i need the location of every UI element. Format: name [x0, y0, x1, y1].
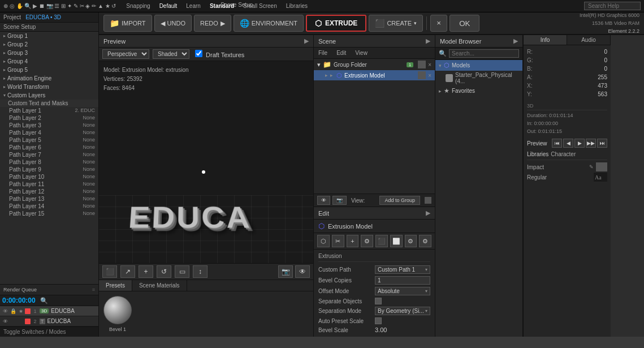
- draft-textures-checkbox[interactable]: [195, 50, 202, 57]
- import-button[interactable]: 📁 IMPORT: [103, 15, 152, 32]
- path-layer-5[interactable]: Path Layer 5None: [0, 136, 98, 144]
- create-button[interactable]: ⬛ CREATE ▾: [369, 15, 423, 32]
- font-preview-box[interactable]: Aa: [594, 173, 607, 182]
- path-layer-11[interactable]: Path Layer 11None: [0, 181, 98, 188]
- scene-group-folder[interactable]: ▾ 📁 Group Folder 1 ×: [314, 59, 435, 70]
- edit-tb-btn-7[interactable]: ⚙: [405, 235, 417, 247]
- scene-camera-icon[interactable]: 📷: [332, 196, 347, 205]
- favorites-item[interactable]: ▸ ★ Favorites: [435, 85, 522, 96]
- rect-btn[interactable]: ▭: [175, 265, 189, 278]
- custom-layers-item[interactable]: ▾Custom Layers: [0, 91, 98, 100]
- step-forward-btn[interactable]: ▶▶: [586, 139, 596, 148]
- custom-text-masks[interactable]: Custom Text and Masks: [0, 100, 98, 107]
- separation-mode-select[interactable]: By Geometry (Si... ▾: [375, 307, 430, 315]
- path-layer-10[interactable]: Path Layer 10None: [0, 173, 98, 181]
- font-color-swatch[interactable]: [596, 162, 607, 171]
- path-layer-9[interactable]: Path Layer 9None: [0, 166, 98, 173]
- starter-pack-item[interactable]: Starter_Pack_Physical (4...: [435, 71, 522, 85]
- edit-tb-btn-6[interactable]: ⬜: [390, 235, 403, 247]
- edit-tb-btn-1[interactable]: ⬡: [317, 235, 330, 247]
- prev-frame-btn[interactable]: ⏮: [552, 139, 562, 148]
- group1-item[interactable]: ▸Group 1: [0, 32, 98, 40]
- path-layer-13[interactable]: Path Layer 13None: [0, 195, 98, 203]
- play-btn[interactable]: ▶: [574, 139, 585, 148]
- import-icon: 📁: [110, 19, 119, 28]
- scene-materials-tab[interactable]: Scene Materials: [132, 280, 187, 291]
- edit-tb-btn-4[interactable]: ⚙: [361, 235, 373, 247]
- audio-tab[interactable]: Audio: [567, 35, 611, 45]
- preset-bevel-1[interactable]: Bevel 1: [103, 296, 132, 332]
- layer-row-2[interactable]: 👁 2 T EDUCBA: [0, 316, 98, 326]
- offset-mode-select[interactable]: Absolute ▾: [375, 287, 430, 295]
- group-add-check[interactable]: [425, 197, 431, 204]
- path-layer-12[interactable]: Path Layer 12None: [0, 188, 98, 195]
- path-layer-14[interactable]: Path Layer 14None: [0, 203, 98, 210]
- layer-name-2[interactable]: EDUCBA: [47, 318, 71, 324]
- folder-visible-toggle[interactable]: [418, 61, 426, 68]
- presets-tab[interactable]: Presets: [99, 280, 132, 291]
- edit-tb-btn-5[interactable]: ⬛: [375, 235, 388, 247]
- info-tab[interactable]: Info: [524, 35, 567, 45]
- scene-menu-file[interactable]: File: [314, 49, 332, 57]
- path-layer-3[interactable]: Path Layer 3None: [0, 122, 98, 129]
- path-layer-6[interactable]: Path Layer 6None: [0, 144, 98, 151]
- shaded-select[interactable]: Shaded: [153, 49, 189, 59]
- animation-engine-item[interactable]: ▸Animation Engine: [0, 74, 98, 83]
- extrusion-close-btn[interactable]: ×: [428, 72, 431, 79]
- models-category[interactable]: ▾ ⬡ Models: [435, 60, 522, 71]
- group3-item[interactable]: ▸Group 3: [0, 49, 98, 57]
- character-tab[interactable]: Character: [551, 151, 576, 157]
- group5-item[interactable]: ▸Group 5: [0, 66, 98, 74]
- scene-setup-tab-left[interactable]: Scene Setup: [0, 23, 98, 32]
- edit-tb-btn-3[interactable]: +: [347, 235, 359, 247]
- add-btn[interactable]: +: [139, 265, 153, 278]
- world-transform-item[interactable]: ▸World Transform: [0, 83, 98, 91]
- search-input[interactable]: [584, 2, 641, 10]
- path-layer-4[interactable]: Path Layer 4None: [0, 129, 98, 136]
- view-btn[interactable]: 👁: [295, 265, 310, 278]
- model-search-input[interactable]: [449, 49, 519, 58]
- edit-tb-btn-settings[interactable]: ⚙: [419, 235, 431, 247]
- scene-menu-view[interactable]: View: [351, 49, 372, 57]
- fit-btn[interactable]: ↕: [193, 265, 208, 278]
- custom-path-select[interactable]: Custom Path 1 ▾: [375, 265, 430, 274]
- impact-font-section: Impact ✎ Regular Aa: [527, 162, 607, 182]
- path-layer-7[interactable]: Path Layer 7None: [0, 151, 98, 158]
- extrusion-model-item[interactable]: ▸ ▸ ⬡ Extrusion Model ×: [314, 70, 435, 80]
- last-frame-btn[interactable]: ⏭: [597, 139, 607, 148]
- font-edit-icon[interactable]: ✎: [589, 164, 594, 170]
- record-btn[interactable]: ⬛: [102, 265, 117, 278]
- environment-button[interactable]: 🌐 ENVIRONMENT: [234, 15, 304, 32]
- redo-button[interactable]: REDO ▶: [194, 15, 231, 32]
- auto-preset-checkbox[interactable]: [375, 317, 382, 324]
- edit-tb-btn-2[interactable]: ✂: [332, 235, 344, 247]
- step-back-btn[interactable]: ◀: [563, 139, 573, 148]
- folder-close-btn[interactable]: ×: [428, 62, 431, 68]
- libraries-tab[interactable]: Libraries: [527, 151, 548, 157]
- time-search-icon[interactable]: 🔍: [40, 297, 48, 304]
- extrusion-visible-toggle[interactable]: [418, 71, 426, 79]
- scene-view-icon[interactable]: 👁: [317, 196, 330, 205]
- group4-item[interactable]: ▸Group 4: [0, 57, 98, 66]
- close-button[interactable]: ×: [430, 15, 447, 32]
- add-to-group-button[interactable]: Add to Group: [379, 196, 420, 205]
- group2-item[interactable]: ▸Group 2: [0, 40, 98, 49]
- scene-menu-edit[interactable]: Edit: [332, 49, 351, 57]
- path-layer-2[interactable]: Path Layer 2None: [0, 114, 98, 122]
- layer-name-1[interactable]: EDUCBA: [51, 308, 75, 314]
- path-layer-8[interactable]: Path Layer 8None: [0, 158, 98, 166]
- pointer-btn[interactable]: ↗: [120, 265, 135, 278]
- icons-left: ⊕ ◎ ✋ 🔍 ▶ ⏹ 📷 ☰ ⊞ ✦ ✎ ✂ ◈ ✏ ▲ ★ ↺: [3, 3, 116, 9]
- camera-btn[interactable]: 📷: [278, 265, 293, 278]
- layer-row-1[interactable]: 👁 🔒 ★ 1 3D EDUCBA: [0, 306, 98, 316]
- undo-button[interactable]: ◀ UNDO: [154, 15, 192, 32]
- bevel-copies-input[interactable]: [375, 276, 430, 285]
- extrude-button[interactable]: ⬡ EXTRUDE: [306, 15, 366, 32]
- draft-textures-check[interactable]: Draft Textures: [195, 50, 244, 58]
- perspective-select[interactable]: Perspective: [102, 49, 149, 59]
- separate-objects-checkbox[interactable]: [375, 298, 382, 304]
- refresh-btn[interactable]: ↺: [157, 265, 171, 278]
- path-layer-15[interactable]: Path Layer 15None: [0, 210, 98, 217]
- ok-button[interactable]: OK: [449, 15, 479, 32]
- path-layer-1[interactable]: Path Layer 12. EDUC: [0, 107, 98, 114]
